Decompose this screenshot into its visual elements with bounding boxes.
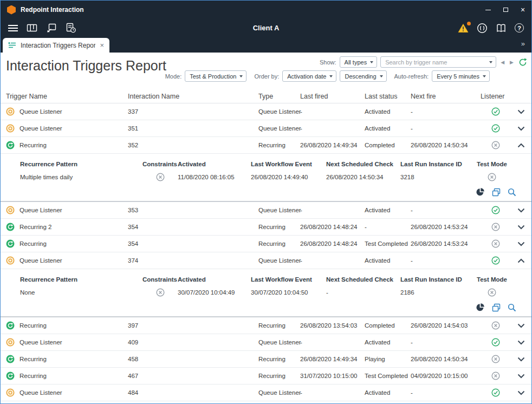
- nav-forward-button[interactable]: ▶: [509, 60, 515, 65]
- search-input[interactable]: [384, 58, 486, 66]
- detail-value-row: Multiple times daily 11/08/2020 08:16:05…: [1, 170, 531, 184]
- recurring-icon: [6, 372, 15, 380]
- expand-chevron-icon[interactable]: [516, 125, 526, 132]
- expand-chevron-icon[interactable]: [516, 322, 526, 329]
- show-label: Show:: [320, 59, 336, 66]
- expand-chevron-icon[interactable]: [516, 142, 526, 149]
- pie-chart-icon[interactable]: [476, 187, 485, 197]
- page-title: Interaction Triggers Report: [6, 58, 166, 74]
- listener-active-icon: [491, 256, 500, 265]
- trigger-row[interactable]: Queue Listener 351 Queue Listener - Acti…: [1, 120, 531, 137]
- recurring-icon: [6, 355, 15, 363]
- popout-window-icon[interactable]: [46, 23, 57, 33]
- expand-chevron-icon[interactable]: [516, 240, 526, 247]
- trigger-search-combo[interactable]: [380, 56, 496, 68]
- trigger-name: Queue Listener: [20, 339, 62, 346]
- listener-cell: [481, 206, 510, 214]
- menu-icon[interactable]: [8, 25, 18, 31]
- trigger-row[interactable]: Queue Listener 409 Queue Listener - Acti…: [1, 334, 531, 351]
- trigger-name: Queue Listener: [20, 389, 62, 396]
- expand-chevron-icon[interactable]: [516, 389, 526, 396]
- queue-listener-icon: [6, 107, 15, 116]
- expand-cell: [510, 322, 531, 329]
- constraints-value: [142, 285, 178, 299]
- last-fired: 26/08/2020 13:54:03: [300, 322, 365, 329]
- document-clock-icon[interactable]: [66, 23, 76, 33]
- refresh-icon[interactable]: [518, 57, 528, 67]
- magnifier-icon[interactable]: [508, 303, 516, 312]
- nav-back-button[interactable]: ◀: [499, 60, 505, 65]
- trigger-name: Recurring: [20, 356, 47, 362]
- expand-chevron-icon[interactable]: [516, 257, 526, 264]
- expand-chevron-icon[interactable]: [516, 339, 526, 346]
- chevron-down-icon: [380, 75, 383, 77]
- listener-inactive-icon: [491, 223, 500, 231]
- detail-col-test-mode: Test Mode: [477, 273, 531, 285]
- kanban-board-icon[interactable]: [27, 23, 37, 33]
- listener-cell: [481, 256, 510, 265]
- last-status: Activated: [365, 125, 411, 132]
- close-button[interactable]: ×: [514, 1, 531, 19]
- trigger-name-cell: Queue Listener: [6, 256, 128, 265]
- next-fire: -: [411, 389, 481, 396]
- trigger-row[interactable]: Recurring 352 Recurring 26/08/2020 14:49…: [1, 137, 531, 154]
- trigger-row[interactable]: Recurring 2 354 Recurring 26/08/2020 14:…: [1, 219, 531, 236]
- sort-direction-select[interactable]: Descending: [340, 70, 386, 82]
- interaction-name: 353: [128, 207, 258, 213]
- order-by-value: Activation date: [287, 73, 326, 80]
- tab-interaction-triggers-report[interactable]: Interaction Triggers Report ×: [3, 38, 109, 53]
- expand-chevron-icon[interactable]: [516, 224, 526, 231]
- mode-select[interactable]: Test & Production: [185, 70, 246, 82]
- column-header-interaction-name: Interaction Name: [128, 93, 258, 100]
- detail-col-last-run-instance-id: Last Run Instance ID: [400, 273, 477, 285]
- trigger-row[interactable]: Recurring 397 Recurring 26/08/2020 13:54…: [1, 317, 531, 334]
- tab-overflow-button[interactable]: »: [521, 40, 525, 48]
- trigger-row[interactable]: Queue Listener 484 Queue Listener - Acti…: [1, 385, 531, 401]
- trigger-name: Recurring: [20, 142, 47, 148]
- trigger-type: Recurring: [258, 322, 300, 329]
- trigger-row[interactable]: Recurring 458 Recurring 26/08/2020 14:49…: [1, 351, 531, 368]
- trigger-row[interactable]: Queue Listener 337 Queue Listener - Acti…: [1, 103, 531, 120]
- expand-cell: [510, 125, 531, 132]
- expand-chevron-icon[interactable]: [516, 207, 526, 214]
- expand-cell: [510, 108, 531, 115]
- tab-close-button[interactable]: ×: [100, 41, 104, 49]
- trigger-row[interactable]: Queue Listener 353 Queue Listener - Acti…: [1, 202, 531, 219]
- last-status: Activated: [365, 389, 411, 396]
- trigger-row[interactable]: Recurring 467 Recurring 31/07/2020 10:15…: [1, 368, 531, 385]
- connections-icon[interactable]: [477, 23, 488, 34]
- last-run-instance-id-value: 2186: [400, 285, 477, 299]
- listener-active-icon: [491, 206, 500, 214]
- interaction-name: 354: [128, 224, 258, 230]
- show-type-select[interactable]: All types: [340, 56, 378, 68]
- copy-icon[interactable]: [492, 188, 501, 197]
- expand-chevron-icon[interactable]: [516, 373, 526, 380]
- test-mode-value: [477, 170, 531, 184]
- trigger-row[interactable]: Queue Listener 374 Queue Listener - Acti…: [1, 252, 531, 269]
- help-button[interactable]: ?: [515, 23, 524, 32]
- pie-chart-icon[interactable]: [476, 303, 485, 312]
- expand-chevron-icon[interactable]: [516, 108, 526, 115]
- alerts-button[interactable]: [458, 23, 469, 33]
- expand-chevron-icon[interactable]: [516, 356, 526, 363]
- expand-cell: [510, 142, 531, 149]
- recurring-icon: [6, 141, 15, 149]
- book-icon[interactable]: [496, 23, 507, 33]
- order-by-select[interactable]: Activation date: [282, 70, 336, 82]
- next-fire: -: [411, 207, 481, 213]
- trigger-name: Recurring: [20, 240, 47, 247]
- recurrence-pattern-value: Multiple times daily: [20, 170, 142, 184]
- minimize-button[interactable]: [479, 1, 497, 19]
- auto-refresh-select[interactable]: Every 5 minutes: [432, 70, 490, 82]
- trigger-row[interactable]: Recurring 354 Recurring 26/08/2020 14:48…: [1, 236, 531, 252]
- listener-inactive-icon: [491, 372, 500, 380]
- interaction-name: 374: [128, 257, 258, 264]
- tab-bar: Interaction Triggers Report × »: [1, 37, 531, 53]
- last-status: Test Completed: [365, 240, 411, 247]
- copy-icon[interactable]: [492, 303, 501, 312]
- magnifier-icon[interactable]: [508, 188, 516, 197]
- next-scheduled-check-value: -: [326, 285, 400, 299]
- listener-cell: [481, 223, 510, 231]
- last-fired: -: [300, 389, 365, 396]
- maximize-button[interactable]: [497, 1, 514, 19]
